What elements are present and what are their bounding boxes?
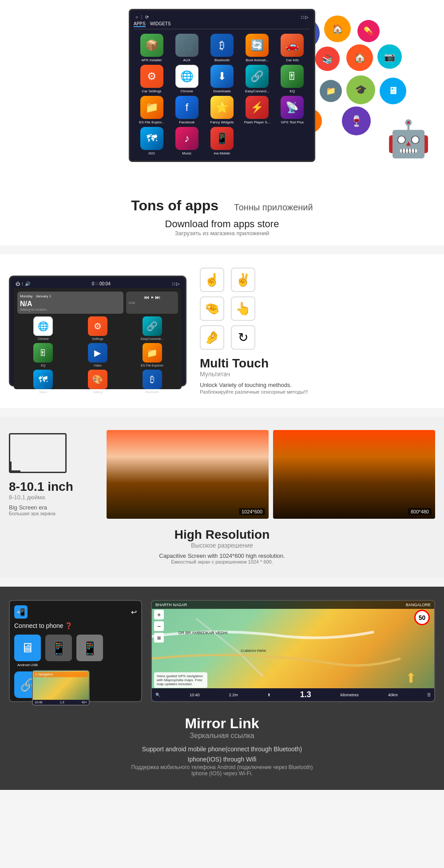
list-item[interactable]: ▶ Video [72,343,124,367]
list-item[interactable]: 📦 APK Installer [135,34,168,62]
tab-apps[interactable]: APPS [134,21,146,27]
mirror-subtitle: Зеркальная ссылка [9,732,435,740]
app-icon-img: ⚙ [140,65,163,88]
gps-dist-large: 1.3 [300,690,311,699]
mirror-desc-en-1: Support android mobile phone(connect thr… [9,744,435,754]
section-touch: ⏻ ⋮ 🔊 0 ∷ 00:04 □ ▷ Monday January 1 N/A… [0,254,444,408]
list-item[interactable]: 🔗 EasyConnecte... [126,316,178,340]
app-label: ES File Explorer [141,364,163,367]
music-widget: ⏮ ▶ ⏭ 0:00 [126,292,178,314]
app-label: Boot Animati... [246,58,269,62]
touch-title: Multi Touch [200,356,435,371]
gesture-swipe: 🤏 [200,296,224,321]
android-usb-icon: 🖥 [14,635,41,661]
touch-topbar-right: □ ▷ [172,281,180,286]
gps-location-name: BHARTH NAGAR [155,603,187,607]
gps-controls: + − ⊞ [154,610,164,643]
app-label: Downloads [213,89,231,93]
list-item[interactable]: ₿ Bluetooth [126,370,178,394]
gps-grid-icon[interactable]: ⊞ [154,633,164,643]
list-item[interactable]: ₿ Bluetooth [206,34,238,62]
screen-size-title: 8-10.1 inch [9,480,98,494]
screen-tabs[interactable]: APPS WIDGETS [134,21,310,29]
app-label: Music [182,151,191,155]
app-label: AUX [183,58,190,62]
app-icon-img: 🚗 [281,34,304,57]
touch-desc-ru: Разблокируйте различные сенсорные методы… [200,389,435,395]
app-icon-img: 📡 [281,96,304,119]
apps-subheading-en: Download from apps store [9,218,435,230]
apps-heading-en: Tons of apps [127,193,223,218]
list-item[interactable]: 🚗 Car Info [276,34,309,62]
list-item[interactable]: 🎚 EQ [276,65,309,93]
gesture-rotate: ↻ [231,325,255,350]
resolution-desc-ru: Емкостный экран с разрешением 1024 * 600… [9,559,435,564]
list-item[interactable]: ⚙ Settings [72,316,124,340]
section-mirror: 📲 ↩ Connect to phone ❓ 🖥 Android USB 📱 📱… [0,587,444,790]
calendar-widget: Monday January 1 N/A Waiting for locatio… [17,292,123,314]
gesture-scroll: 👆 [231,296,255,321]
device-phone-1-icon: 📱 [45,635,72,661]
list-item[interactable]: 📡 GPS Test Plus [276,96,309,124]
device-android-usb: 🖥 Android USB [14,635,41,667]
phone-dist: 1.3 [60,701,64,704]
apps-main-screen: ○ ⋮ ⟳ □ ▷ APPS WIDGETS 📦 APK Installer 🎵… [129,9,315,162]
gps-arrow-icon: ⬆ [405,670,416,686]
list-item[interactable]: 🎚 EQ [17,343,69,367]
svg-text:DR BR AMBEDKAR VEDHI: DR BR AMBEDKAR VEDHI [178,631,228,635]
list-item[interactable]: ⚡ Flash Player S... [241,96,274,124]
list-item[interactable]: ♪ Music [170,127,203,155]
apps-text: Tons of apps Тонны приложений Download f… [4,175,440,241]
touch-topbar: ⏻ ⋮ 🔊 0 ∷ 00:04 □ ▷ [14,280,182,288]
list-item[interactable]: 🔗 EasyConnect... [241,65,274,93]
list-item[interactable]: 🔄 Boot Animati... [241,34,274,62]
gps-zoom-in[interactable]: + [154,610,164,619]
app-icon-img: 📦 [140,34,163,57]
app-label: Video [94,364,102,367]
tab-widgets[interactable]: WIDGETS [150,21,171,27]
list-item[interactable]: 🎨 Gallery [72,370,124,394]
list-item[interactable]: f Facebook [170,96,203,124]
list-item[interactable]: 🌐 Chrome [170,65,203,93]
list-item[interactable]: 📁 ES File Explorer [126,343,178,367]
mirror-topbar: 📲 ↩ [14,605,137,619]
screen-size-desc-en: Big Screen era [9,504,98,511]
res-label-2: 800*480 [408,508,432,515]
gps-time: 10:40 [190,693,200,697]
topbar-icons: ○ ⋮ ⟳ [135,15,149,20]
touch-desc-en: Unlock Variety of touching methods. [200,381,435,389]
list-item[interactable]: ⚙ Car Settings [135,65,168,93]
gps-menu-icon[interactable]: ☰ [427,693,431,697]
phone-km: 40+ [82,701,87,704]
app-label: ina Mobile [214,151,230,155]
list-item[interactable]: 🌐 Chrome [17,316,69,340]
list-item[interactable]: 🗺 iGO [135,127,168,155]
list-item[interactable]: ⬇ Downloads [206,65,238,93]
list-item[interactable]: ⭐ Fancy Widgets [206,96,238,124]
list-item[interactable]: 📱 ina Mobile [206,127,238,155]
app-label: EQ [290,89,295,93]
touch-gestures: ☝️ ✌️ 🤏 👆 🤌 ↻ [200,268,435,350]
screen-size-desc-ru: Большая эра экрана [9,511,98,516]
section-resolution: 8-10.1 inch 8-10,1 дюйма Big Screen era … [0,417,444,578]
app-icon-img: 🗺 [33,370,53,389]
touch-screen-inner: Monday January 1 N/A Waiting for locatio… [14,288,182,389]
phone-bottom-bar: 10:40 1.3 40+ [33,700,89,705]
gps-zoom-out[interactable]: − [154,621,164,631]
list-item[interactable]: 🎵 AUX [170,34,203,62]
app-icon-img: 🎵 [175,34,198,57]
mirror-desc-en-2: Iphone(IOS) through Wifi [9,754,435,764]
resolution-sub: Высокое разрешение [9,542,435,549]
phone-time: 10:40 [35,701,43,704]
gesture-pinch: 🤌 [200,325,224,350]
app-icon-img: 🔗 [246,65,269,88]
gps-search-icon[interactable]: 🔍 [155,693,160,697]
app-label: EasyConnect... [245,89,269,93]
app-label: Car Info [286,58,298,62]
device-phone-2-icon: 📱 [76,635,103,661]
app-icon-img: f [175,96,198,119]
resolution-images: 1024*600 800*480 [107,430,435,519]
list-item[interactable]: 📁 ES File Explor... [135,96,168,124]
list-item[interactable]: 🗺 Maps [17,370,69,394]
touch-topbar-left: ⏻ ⋮ 🔊 [16,281,30,286]
